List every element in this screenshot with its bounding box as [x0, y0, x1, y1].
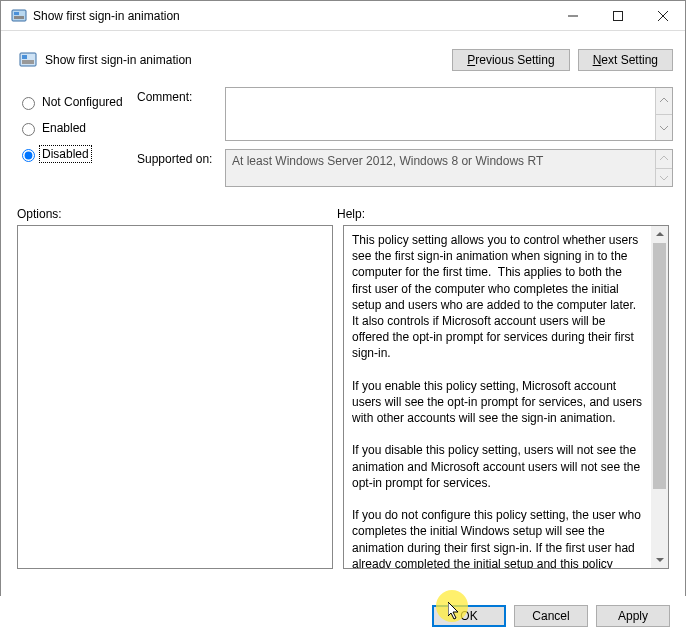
options-label: Options:: [17, 207, 337, 221]
next-setting-button[interactable]: Next Setting: [578, 49, 673, 71]
svg-rect-6: [22, 60, 34, 64]
footer: OK Cancel Apply: [0, 596, 686, 636]
radio-enabled[interactable]: Enabled: [17, 115, 137, 141]
titlebar: Show first sign-in animation: [1, 1, 685, 31]
previous-setting-button[interactable]: Previous Setting: [452, 49, 569, 71]
svg-rect-2: [14, 16, 24, 19]
scroll-track[interactable]: [651, 243, 668, 551]
comment-label: Comment:: [137, 87, 225, 141]
help-label: Help:: [337, 207, 365, 221]
supported-spinner: [655, 150, 672, 186]
svg-rect-3: [613, 11, 622, 20]
radio-enabled-label: Enabled: [40, 120, 88, 136]
chevron-down-icon: [655, 168, 672, 187]
radio-disabled-input[interactable]: [22, 149, 35, 162]
svg-rect-5: [22, 55, 27, 59]
supported-label: Supported on:: [137, 149, 225, 187]
app-icon: [11, 8, 27, 24]
state-radios: Not Configured Enabled Disabled: [17, 87, 137, 195]
minimize-button[interactable]: [550, 2, 595, 30]
radio-disabled-label: Disabled: [40, 146, 91, 162]
scroll-thumb[interactable]: [653, 243, 666, 489]
window-title: Show first sign-in animation: [33, 9, 550, 23]
help-scrollbar[interactable]: [651, 226, 668, 568]
radio-not-configured[interactable]: Not Configured: [17, 89, 137, 115]
radio-not-configured-input[interactable]: [22, 97, 35, 110]
help-pane: This policy setting allows you to contro…: [343, 225, 669, 569]
svg-rect-0: [12, 10, 26, 21]
scroll-up-icon[interactable]: [651, 226, 668, 243]
apply-button[interactable]: Apply: [596, 605, 670, 627]
radio-not-configured-label: Not Configured: [40, 94, 125, 110]
supported-on-value: At least Windows Server 2012, Windows 8 …: [225, 149, 673, 187]
ok-button[interactable]: OK: [432, 605, 506, 627]
policy-icon: [19, 51, 37, 69]
close-button[interactable]: [640, 2, 685, 30]
options-pane: [17, 225, 333, 569]
chevron-up-icon: [655, 150, 672, 168]
cancel-button[interactable]: Cancel: [514, 605, 588, 627]
comment-input[interactable]: [225, 87, 673, 141]
maximize-button[interactable]: [595, 2, 640, 30]
chevron-down-icon[interactable]: [655, 114, 672, 141]
chevron-up-icon[interactable]: [655, 88, 672, 114]
scroll-down-icon[interactable]: [651, 551, 668, 568]
comment-spinner[interactable]: [655, 88, 672, 140]
radio-disabled[interactable]: Disabled: [17, 141, 137, 167]
policy-title: Show first sign-in animation: [45, 53, 444, 67]
svg-rect-4: [20, 53, 36, 66]
svg-rect-1: [14, 12, 19, 15]
radio-enabled-input[interactable]: [22, 123, 35, 136]
help-text: This policy setting allows you to contro…: [344, 226, 651, 568]
header-row: Show first sign-in animation Previous Se…: [13, 39, 673, 81]
